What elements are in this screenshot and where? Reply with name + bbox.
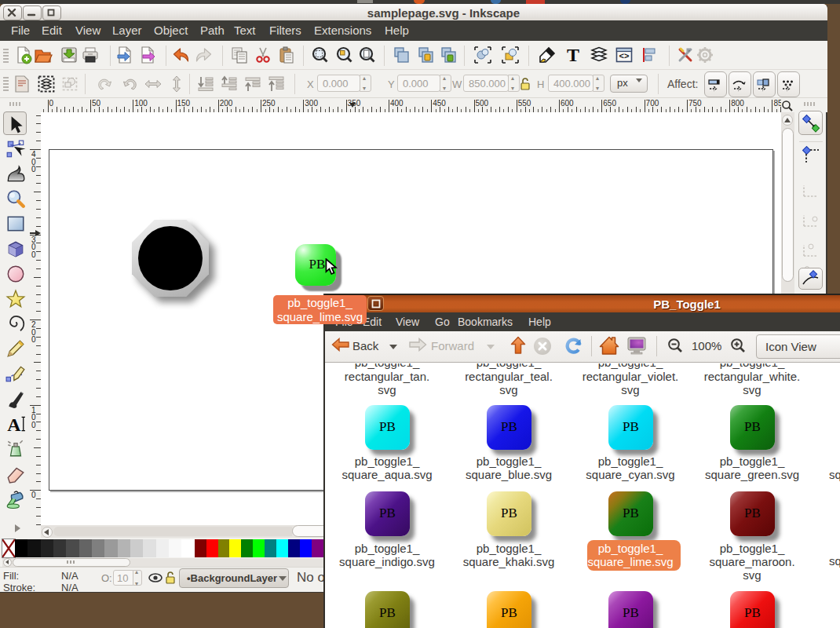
svg-text:A: A xyxy=(7,414,21,434)
svg-text:<>: <> xyxy=(619,51,630,60)
svg-text:T: T xyxy=(567,46,579,64)
